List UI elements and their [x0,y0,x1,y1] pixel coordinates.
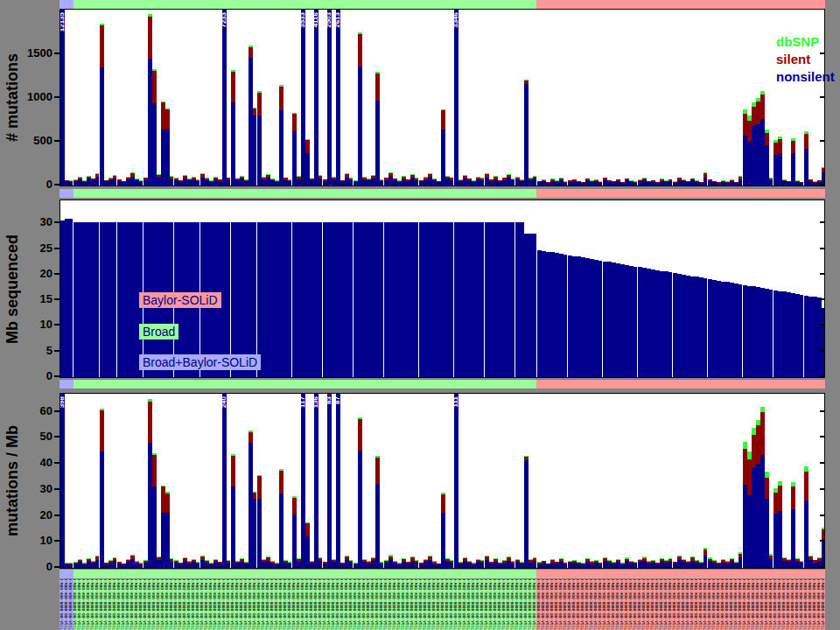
panel-mutation-rate: 3982401171368387111 [60,393,825,569]
y-tick-label: 500 [18,135,52,146]
axis-tick [820,566,825,568]
axis-tick [54,375,60,377]
y-tick-label: 1500 [18,47,52,59]
axis-tick [54,248,60,249]
bar-series-rate: 3982401171368387111 [60,394,824,568]
axis-tick [54,514,60,516]
center-strip-segment [536,189,825,198]
y-tick-label: 10 [18,535,52,546]
legend-item-dbsnp: dbSNP [776,33,835,51]
panel-mb-sequenced: Baylor-SOLiD Broad Broad+Baylor-SOLiD [60,200,825,378]
axis-tick [54,298,60,300]
axis-tick [54,184,60,186]
axis-tick [820,221,825,223]
y-tick-label: 50 [18,430,52,442]
sample-label: TCGA-00-0000-00A-00W-0000-00 [821,579,825,630]
axis-tick [54,410,60,412]
axis-tick [820,410,825,412]
center-strip-below-panel1 [60,189,825,198]
y-tick-label: 60 [18,405,52,416]
y-tick-label: 20 [18,509,52,521]
center-strip-segment [536,380,825,388]
y-tick-label: 0 [18,561,52,572]
axis-tick [820,273,825,275]
axis-tick [54,566,60,568]
center-strip-segment [60,0,74,9]
y-tick-label: 20 [18,268,52,279]
axis-tick [820,52,825,54]
axis-tick [820,350,825,352]
axis-tick [54,350,60,352]
axis-tick [54,221,60,223]
y-tick-label: 15 [18,293,52,304]
center-strip-top [60,0,825,9]
center-strip-segment [74,570,536,578]
axis-tick [820,298,825,300]
panel-mutations: 12135723335334116250326133346 dbSNP sile… [60,9,825,186]
y-tick-label: 25 [18,242,52,254]
axis-tick [820,248,825,249]
axis-tick [820,184,825,186]
y-tick-label: 0 [18,370,52,382]
center-strip-segment [60,570,74,578]
center-strip-segment [74,380,536,388]
axis-tick [54,140,60,142]
axis-tick [820,324,825,326]
axis-tick [54,462,60,464]
center-strip-segment [60,189,74,198]
bar-series-mb [60,200,824,377]
center-legend-chip-broad: Broad [139,324,178,340]
axis-tick [820,514,825,516]
y-tick-label: 5 [18,345,52,356]
legend-item-nonsilent: nonsilent [776,68,835,86]
center-strip-segment [74,189,536,198]
axis-tick [54,540,60,542]
x-axis-sample-labels: TCGA-00-0000-00A-00W-0000-00TCGA-00-0000… [60,579,825,630]
mutation-type-legend: dbSNP silent nonsilent [776,33,835,86]
axis-tick [54,52,60,54]
center-strip-below-panel3 [60,570,825,578]
y-tick-label: 30 [18,216,52,228]
axis-tick [820,96,825,98]
center-legend-chip-baylor: Baylor-SOLiD [139,292,221,308]
legend-item-silent: silent [776,51,835,68]
axis-tick [820,375,825,377]
center-strip-segment [536,0,825,9]
center-legend-baylor: Baylor-SOLiD [139,293,221,307]
axis-tick [54,324,60,326]
center-legend-broad-baylor: Broad+Baylor-SOLiD [139,355,261,369]
center-legend-broad: Broad [139,325,178,339]
y-tick-label: 40 [18,457,52,468]
center-strip-below-panel2 [60,380,825,388]
axis-tick [820,436,825,438]
axis-tick [54,96,60,98]
axis-tick [820,488,825,490]
sample-label-row: TCGA-00-0000-00A-00W-0000-00TCGA-00-0000… [60,579,825,630]
axis-tick [54,273,60,275]
center-strip-segment [74,0,536,9]
axis-tick [820,140,825,142]
y-tick-label: 10 [18,318,52,330]
y-tick-label: 30 [18,483,52,494]
axis-tick [820,462,825,464]
y-tick-label: 1000 [18,91,52,102]
center-strip-segment [536,570,825,578]
center-legend-chip-broad-baylor: Broad+Baylor-SOLiD [139,354,261,370]
y-tick-label: 0 [18,178,52,190]
center-strip-segment [60,380,74,388]
bar-series-mutations: 12135723335334116250326133346 [60,10,824,186]
axis-tick [54,488,60,490]
axis-tick [54,436,60,438]
axis-tick [820,540,825,542]
